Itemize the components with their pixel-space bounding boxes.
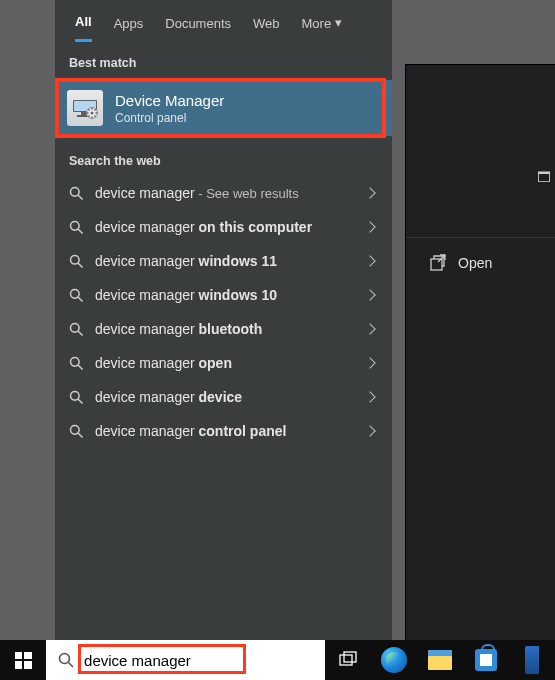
svg-rect-26 [344, 652, 356, 662]
web-result-text: device manager device [95, 389, 242, 405]
preview-action-open[interactable]: Open [406, 238, 555, 288]
chevron-right-icon [364, 289, 375, 300]
edge-icon [381, 647, 407, 673]
web-result-item[interactable]: device manager open [55, 346, 392, 380]
web-result-left: device manager on this computer [69, 219, 312, 235]
preview-header: 🗖 [406, 65, 555, 238]
web-result-text: device manager open [95, 355, 232, 371]
best-match-title: Device Manager [115, 92, 224, 109]
web-result-text: device manager control panel [95, 423, 286, 439]
svg-line-21 [78, 433, 82, 437]
svg-line-15 [78, 331, 82, 335]
chevron-down-icon: ▾ [335, 15, 342, 30]
best-match-result[interactable]: Device Manager Control panel [55, 80, 392, 136]
chevron-right-icon [364, 221, 375, 232]
svg-point-12 [71, 289, 80, 298]
folder-icon [428, 650, 452, 670]
search-input-text: device manager [84, 652, 244, 669]
svg-point-5 [91, 112, 94, 115]
web-result-left: device manager open [69, 355, 232, 371]
search-web-header: Search the web [55, 140, 392, 176]
tab-all[interactable]: All [75, 10, 92, 42]
text-cursor [244, 651, 245, 669]
web-result-text: device manager bluetooth [95, 321, 262, 337]
web-result-item[interactable]: device manager control panel [55, 414, 392, 448]
svg-line-11 [78, 263, 82, 267]
web-result-item[interactable]: device manager windows 11 [55, 244, 392, 278]
chevron-right-icon [364, 425, 375, 436]
open-label: Open [458, 255, 492, 271]
taskbar-search-box[interactable]: device manager [46, 640, 324, 680]
tab-documents[interactable]: Documents [165, 12, 231, 41]
svg-line-7 [78, 195, 82, 199]
web-result-left: device manager windows 11 [69, 253, 277, 269]
search-icon [69, 288, 84, 303]
svg-point-18 [71, 391, 80, 400]
web-result-left: device manager windows 10 [69, 287, 277, 303]
chevron-right-icon [364, 323, 375, 334]
svg-line-17 [78, 365, 82, 369]
tab-apps[interactable]: Apps [114, 12, 144, 41]
app-icon [525, 646, 539, 674]
search-icon [58, 652, 74, 668]
tab-more[interactable]: More▾ [302, 12, 343, 41]
svg-point-23 [60, 654, 70, 664]
best-match-subtitle: Control panel [115, 111, 224, 125]
web-results-list: device manager - See web resultsdevice m… [55, 176, 392, 448]
search-icon [69, 220, 84, 235]
file-explorer-button[interactable] [417, 640, 463, 680]
web-result-left: device manager bluetooth [69, 321, 262, 337]
web-result-item[interactable]: device manager device [55, 380, 392, 414]
preview-panel: 🗖 Open [405, 64, 555, 656]
web-result-item[interactable]: device manager bluetooth [55, 312, 392, 346]
svg-line-19 [78, 399, 82, 403]
svg-rect-25 [340, 655, 352, 665]
chevron-right-icon [364, 187, 375, 198]
svg-point-8 [71, 221, 80, 230]
web-result-left: device manager - See web results [69, 185, 299, 201]
svg-point-16 [71, 357, 80, 366]
store-icon [475, 649, 497, 671]
search-icon [69, 424, 84, 439]
task-view-button[interactable] [325, 640, 371, 680]
search-icon [69, 186, 84, 201]
web-result-left: device manager device [69, 389, 242, 405]
web-result-text: device manager on this computer [95, 219, 312, 235]
web-result-text: device manager - See web results [95, 185, 299, 201]
search-icon [69, 322, 84, 337]
web-result-left: device manager control panel [69, 423, 286, 439]
preview-corner-icon: 🗖 [537, 169, 551, 185]
best-match-text: Device Manager Control panel [115, 92, 224, 125]
web-result-text: device manager windows 10 [95, 287, 277, 303]
web-result-item[interactable]: device manager - See web results [55, 176, 392, 210]
svg-point-6 [71, 187, 80, 196]
search-icon [69, 356, 84, 371]
svg-line-24 [69, 663, 74, 668]
web-result-item[interactable]: device manager windows 10 [55, 278, 392, 312]
web-result-item[interactable]: device manager on this computer [55, 210, 392, 244]
best-match-header: Best match [55, 42, 392, 78]
edge-browser-button[interactable] [371, 640, 417, 680]
taskbar-app-button[interactable] [509, 640, 555, 680]
svg-point-14 [71, 323, 80, 332]
windows-logo-icon [15, 652, 32, 669]
web-result-text: device manager windows 11 [95, 253, 277, 269]
chevron-right-icon [364, 357, 375, 368]
svg-line-13 [78, 297, 82, 301]
svg-line-9 [78, 229, 82, 233]
search-icon [69, 254, 84, 269]
search-tabs: All Apps Documents Web More▾ [55, 0, 392, 42]
svg-point-10 [71, 255, 80, 264]
chevron-right-icon [364, 391, 375, 402]
device-manager-icon [67, 90, 103, 126]
open-icon [428, 254, 446, 272]
svg-rect-22 [431, 259, 442, 270]
chevron-right-icon [364, 255, 375, 266]
svg-point-20 [71, 425, 80, 434]
microsoft-store-button[interactable] [463, 640, 509, 680]
search-icon [69, 390, 84, 405]
search-results-panel: All Apps Documents Web More▾ Best match … [55, 0, 392, 656]
taskbar: device manager [0, 640, 555, 680]
start-button[interactable] [0, 640, 46, 680]
tab-web[interactable]: Web [253, 12, 280, 41]
